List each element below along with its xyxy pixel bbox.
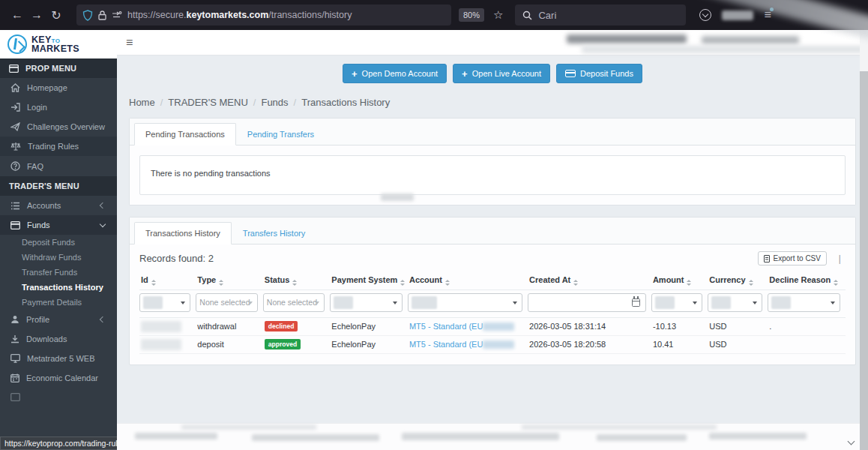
- redacted-footer-text: [597, 434, 687, 441]
- cell-account: MT5 - Standard (EU: [408, 335, 528, 353]
- col-header-account[interactable]: Account: [408, 271, 528, 290]
- sidebar-item-accounts[interactable]: Accounts: [0, 196, 117, 215]
- sidebar-item-metatrader5-web[interactable]: Metatrader 5 WEB: [0, 349, 117, 368]
- sidebar-toggle-icon[interactable]: ≡: [126, 36, 133, 50]
- open-live-account-button[interactable]: + Open Live Account: [453, 64, 550, 83]
- browser-toolbar: ← → ↻ https://secure.keytomarkets.com/tr…: [0, 0, 868, 30]
- scrollbar-thumb[interactable]: [860, 71, 868, 450]
- col-header-created-at[interactable]: Created At: [528, 271, 651, 290]
- column-options-icon[interactable]: ❘: [834, 254, 846, 264]
- col-header-decline-reason[interactable]: Decline Reason: [768, 271, 846, 290]
- shield-icon[interactable]: [82, 10, 93, 21]
- bookmark-star-icon[interactable]: ☆: [493, 8, 503, 22]
- col-header-id[interactable]: Id: [139, 271, 196, 290]
- question-circle-icon: [10, 161, 20, 171]
- redacted-footer-text: [252, 434, 379, 441]
- sidebar-item-profile[interactable]: Profile: [0, 310, 117, 329]
- decline-reason-filter-select[interactable]: [768, 293, 840, 312]
- account-link[interactable]: MT5 - Standard (EU: [409, 340, 483, 349]
- link-status-tooltip: https://keytoprop.com/trading-rules: [0, 436, 117, 450]
- col-header-payment-system[interactable]: Payment System: [330, 271, 408, 290]
- sidebar-item-transfer-funds[interactable]: Transfer Funds: [0, 265, 117, 280]
- sidebar-item-downloads[interactable]: Downloads: [0, 329, 117, 349]
- back-icon[interactable]: ←: [7, 8, 27, 22]
- sidebar-item-faq[interactable]: FAQ: [0, 156, 117, 176]
- col-header-amount[interactable]: Amount: [651, 271, 708, 290]
- redacted-banner: [582, 46, 868, 53]
- redacted-account: [483, 340, 514, 349]
- breadcrumb-home[interactable]: Home: [129, 97, 155, 108]
- plus-icon: +: [462, 70, 468, 77]
- table-header-row: Id Type Status Payment System Account Cr…: [139, 271, 846, 290]
- status-filter-select[interactable]: None selected: [263, 293, 325, 312]
- sidebar-item-deposit-funds[interactable]: Deposit Funds: [0, 235, 117, 250]
- sidebar-item-trading-rules[interactable]: Trading Rules: [0, 136, 117, 156]
- reload-icon[interactable]: ↻: [46, 8, 66, 22]
- id-filter-select[interactable]: [139, 293, 190, 312]
- type-filter-select[interactable]: None selected: [196, 293, 257, 312]
- tab-transactions-history[interactable]: Transactions History: [134, 222, 232, 244]
- account-filter-select[interactable]: [408, 293, 522, 312]
- download-icon: [10, 334, 19, 344]
- tab-transfers-history[interactable]: Transfers History: [232, 222, 316, 244]
- page-scrollbar[interactable]: [860, 30, 868, 450]
- address-bar[interactable]: https://secure.keytomarkets.com/transact…: [76, 4, 451, 26]
- redacted-value: [334, 296, 353, 309]
- redacted-value: [771, 296, 791, 309]
- redacted-footer-text: [402, 433, 559, 440]
- screen: ← → ↻ https://secure.keytomarkets.com/tr…: [0, 0, 868, 450]
- records-found-label: Records found: 2: [139, 253, 214, 264]
- lock-icon[interactable]: [98, 10, 106, 20]
- sort-icon: [687, 280, 691, 286]
- status-badge: approved: [265, 339, 301, 350]
- amount-filter-select[interactable]: [651, 293, 702, 312]
- records-bar: Records found: 2 Export to CSV ❘: [130, 244, 855, 271]
- person-icon: [10, 315, 19, 324]
- currency-filter-select[interactable]: [708, 293, 762, 312]
- brand-logo[interactable]: KEYTO MARKETS: [0, 30, 117, 58]
- pocket-icon[interactable]: [699, 9, 711, 21]
- deposit-funds-button[interactable]: Deposit Funds: [556, 64, 642, 83]
- col-header-type[interactable]: Type: [196, 271, 262, 290]
- export-to-csv-button[interactable]: Export to CSV: [758, 251, 827, 266]
- browser-search-input[interactable]: Cari: [515, 4, 686, 26]
- sidebar-item-funds[interactable]: Funds: [0, 215, 117, 235]
- sidebar-item-payment-details[interactable]: Payment Details: [0, 295, 117, 310]
- open-demo-account-button[interactable]: + Open Demo Account: [343, 64, 447, 83]
- transactions-table: Id Type Status Payment System Account Cr…: [139, 271, 846, 354]
- toolbar-right-cluster: ≡: [699, 8, 771, 22]
- col-header-status[interactable]: Status: [263, 271, 330, 290]
- breadcrumb-funds[interactable]: Funds: [261, 97, 288, 108]
- payment-system-filter-select[interactable]: [330, 293, 403, 312]
- pending-card-body: There is no pending transactions: [130, 146, 855, 205]
- caret-down-icon: [315, 302, 319, 304]
- partial-icon: [10, 393, 20, 401]
- sidebar-item-partial[interactable]: [0, 388, 117, 406]
- sidebar-item-economic-calendar[interactable]: Economic Calendar: [0, 368, 117, 388]
- account-link[interactable]: MT5 - Standard (EU: [409, 322, 483, 331]
- sidebar-item-login[interactable]: Login: [0, 98, 117, 117]
- forward-icon[interactable]: →: [27, 8, 46, 22]
- zoom-level-badge[interactable]: 80%: [459, 8, 484, 22]
- cell-currency: USD: [708, 335, 768, 353]
- created-at-filter-input[interactable]: [528, 293, 646, 312]
- sidebar-item-withdraw-funds[interactable]: Withdraw Funds: [0, 250, 117, 265]
- cell-amount: 10.41: [651, 335, 708, 353]
- scroll-down-chevron-icon[interactable]: [848, 438, 855, 446]
- breadcrumb-traders-menu[interactable]: TRADER'S MENU: [168, 97, 248, 108]
- traders-menu-header: TRADER'S MENU: [0, 176, 117, 196]
- sidebar-item-homepage[interactable]: Homepage: [0, 78, 117, 98]
- app-menu-icon[interactable]: ≡: [764, 8, 771, 22]
- tab-pending-transactions[interactable]: Pending Transactions: [134, 123, 236, 146]
- caret-down-icon: [248, 302, 253, 304]
- caret-down-icon: [693, 302, 697, 304]
- sidebar-item-challenges-overview[interactable]: Challenges Overview: [0, 117, 117, 136]
- paper-plane-icon: [10, 122, 20, 131]
- col-header-currency[interactable]: Currency: [708, 271, 768, 290]
- main-content: ≡ + Open Demo Account + Open Live Accoun…: [117, 30, 868, 450]
- permissions-icon[interactable]: [112, 10, 122, 20]
- sidebar-item-transactions-history[interactable]: Transactions History: [0, 280, 117, 295]
- tab-pending-transfers[interactable]: Pending Transfers: [236, 123, 325, 146]
- cell-decline-reason: [768, 335, 846, 353]
- redacted-value: [655, 296, 675, 309]
